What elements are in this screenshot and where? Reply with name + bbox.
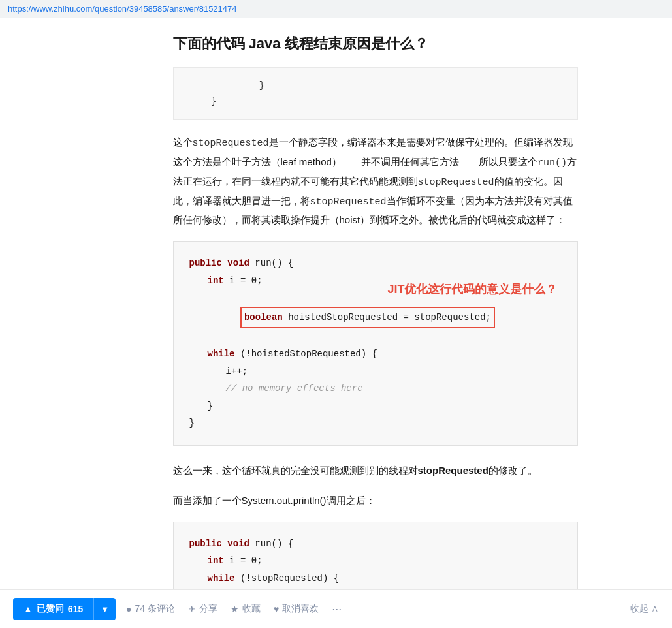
jit-annotation: JIT优化这行代码的意义是什么？ [387,278,557,300]
share-action[interactable]: ✈ 分享 [188,603,217,615]
share-icon: ✈ [188,604,196,614]
share-label: 分享 [199,603,217,615]
code2-line-while: while (!stopRequested) { [189,570,562,588]
more-action[interactable]: ··· [332,603,342,616]
bottom-action-bar: ▲ 已赞同 615 ▼ ● 74 条评论 ✈ 分享 ★ 收藏 ♥ 取消喜欢 ··… [0,589,672,628]
paragraph-2: 这么一来，这个循环就真的完全没可能观测到别的线程对stopRequested的修… [173,462,578,480]
top-code-line-1: } [189,78,562,94]
url-bar[interactable]: https://www.zhihu.com/question/39458585/… [8,4,237,14]
code-line-iplus: i++; [189,363,562,381]
top-code-block: } } [173,67,578,121]
upvote-dropdown-button[interactable]: ▼ [93,598,116,620]
code-line-run-open: public void run() { [189,255,562,272]
bottom-actions: ● 74 条评论 ✈ 分享 ★ 收藏 ♥ 取消喜欢 ··· 收起 ∧ [126,603,659,616]
upvote-button[interactable]: ▲ 已赞同 615 [13,598,93,620]
code-line-comment: // no memory effects here [189,380,562,398]
page-content: 下面的代码 Java 线程结束原因是什么？ } } 这个stopRequeste… [69,18,604,628]
dislike-label: 取消喜欢 [282,603,319,615]
paragraph-3: 而当添加了一个System.out.println()调用之后： [173,492,578,510]
collapse-button[interactable]: 收起 ∧ [630,603,659,615]
upvote-count: 615 [68,604,83,614]
collect-icon: ★ [231,604,239,614]
code2-line-run-open: public void run() { [189,535,562,553]
dislike-action[interactable]: ♥ 取消喜欢 [274,603,319,615]
upvote-arrow-icon: ▲ [24,604,33,614]
dislike-icon: ♥ [274,604,279,614]
paragraph-1: 这个stopRequested是一个静态字段，编译器本来是需要对它做保守处理的。… [173,133,578,229]
browser-bar: https://www.zhihu.com/question/39458585/… [0,0,672,18]
top-code-line-2: } [189,94,562,110]
code-line-while: while (!hoistedStopRequested) { [189,345,562,363]
dropdown-arrow-icon: ▼ [101,604,109,614]
collapse-label: 收起 ∧ [630,603,659,615]
comment-label: 74 条评论 [135,603,175,615]
collect-label: 收藏 [242,603,261,615]
page-title: 下面的代码 Java 线程结束原因是什么？ [173,34,578,54]
more-dots-icon: ··· [332,603,342,616]
comment-icon: ● [126,604,131,614]
collect-action[interactable]: ★ 收藏 [231,603,261,615]
upvote-label: 已赞同 [37,603,64,615]
code-line-while-close: } [189,398,562,415]
code2-line-int-i: int i = 0; [189,552,562,570]
upvote-group[interactable]: ▲ 已赞同 615 ▼ [13,598,116,620]
code-line-run-close: } [189,415,562,432]
comment-action[interactable]: ● 74 条评论 [126,603,175,615]
code-block-1: JIT优化这行代码的意义是什么？ public void run() { int… [173,241,578,446]
